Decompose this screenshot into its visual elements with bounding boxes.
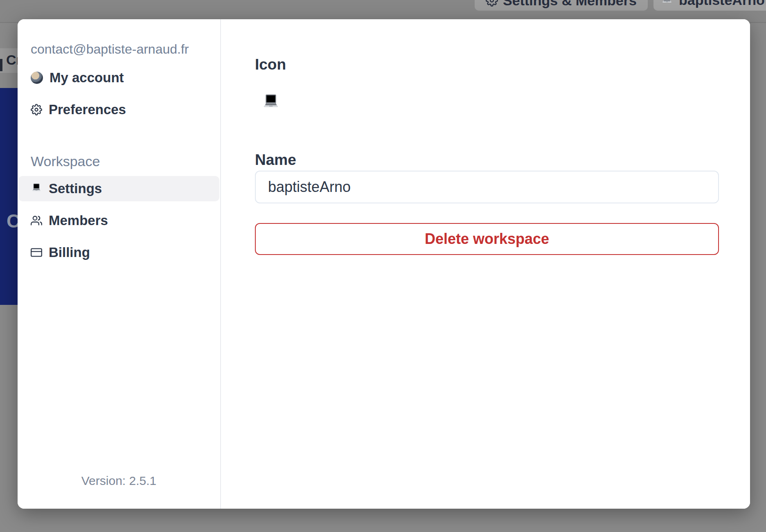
sidebar-item-members[interactable]: Members xyxy=(18,208,219,233)
app-version: Version: 2.5.1 xyxy=(18,474,220,488)
backdrop-left-strip: Cr C xyxy=(0,0,18,532)
delete-workspace-label: Delete workspace xyxy=(425,230,549,248)
delete-workspace-button[interactable]: Delete workspace xyxy=(255,223,719,255)
workspace-section-heading: Workspace xyxy=(31,153,220,169)
credit-card-icon xyxy=(31,247,42,258)
backdrop-tab-divider xyxy=(0,59,2,71)
backdrop-tabstrip: Cr xyxy=(0,48,18,73)
settings-members-button[interactable]: Settings & Members xyxy=(475,0,648,11)
workspace-switcher-button[interactable]: baptisteArno xyxy=(653,0,766,11)
user-avatar xyxy=(31,72,43,84)
workspace-menu: Settings Members Billing xyxy=(18,176,220,265)
settings-main-panel: Icon Name Delete workspace xyxy=(221,19,750,509)
gear-icon xyxy=(486,0,498,7)
workspace-settings-modal: contact@baptiste-arnaud.fr My account Pr… xyxy=(18,19,750,509)
screen: Settings & Members baptisteArno Cr C con… xyxy=(0,0,766,532)
backdrop-editor-canvas: C xyxy=(0,88,18,305)
backdrop-tab-label: Cr xyxy=(6,52,18,68)
name-section-heading: Name xyxy=(255,152,719,168)
gear-icon xyxy=(31,104,42,115)
sidebar-item-settings[interactable]: Settings xyxy=(18,176,219,201)
sidebar-item-my-account[interactable]: My account xyxy=(18,66,219,89)
users-icon xyxy=(31,215,42,226)
settings-members-label: Settings & Members xyxy=(503,0,637,9)
sidebar-item-billing[interactable]: Billing xyxy=(18,240,219,265)
sidebar-item-preferences[interactable]: Preferences xyxy=(18,98,219,121)
laptop-icon xyxy=(661,0,673,6)
backdrop-canvas-text: C xyxy=(7,210,18,232)
account-menu: My account Preferences xyxy=(18,66,220,121)
settings-sidebar: contact@baptiste-arnaud.fr My account Pr… xyxy=(18,19,221,509)
sidebar-item-label: Billing xyxy=(49,245,90,260)
laptop-icon xyxy=(261,93,281,113)
workspace-name-input[interactable] xyxy=(255,171,719,203)
laptop-icon xyxy=(31,183,42,194)
sidebar-item-label: My account xyxy=(50,70,124,86)
sidebar-item-label: Settings xyxy=(49,181,102,196)
sidebar-item-label: Members xyxy=(49,213,108,228)
account-email: contact@baptiste-arnaud.fr xyxy=(31,42,220,56)
sidebar-item-label: Preferences xyxy=(49,102,126,117)
workspace-icon-button[interactable] xyxy=(261,93,281,113)
icon-section-heading: Icon xyxy=(255,56,719,73)
workspace-switcher-label: baptisteArno xyxy=(679,0,765,8)
